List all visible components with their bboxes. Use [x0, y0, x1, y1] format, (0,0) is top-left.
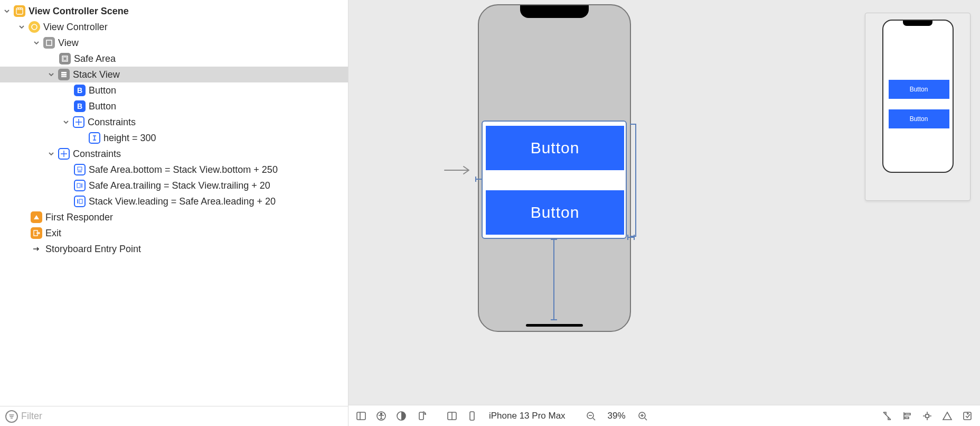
constraints-label: Constraints	[73, 149, 121, 160]
first-responder-row[interactable]: First Responder	[0, 209, 348, 225]
canvas-button-1[interactable]: Button	[486, 126, 624, 170]
svg-rect-10	[79, 199, 82, 203]
toggle-outline-icon[interactable]	[355, 410, 368, 422]
vc-label: View Controller	[43, 22, 108, 33]
scene-icon	[14, 5, 25, 17]
align-icon[interactable]	[901, 410, 913, 422]
filter-icon[interactable]	[5, 410, 18, 423]
button-icon: B	[74, 100, 86, 112]
minimap[interactable]: Button Button	[865, 13, 970, 201]
minimap-button-label: Button	[910, 86, 928, 93]
entry-point-icon	[31, 243, 42, 255]
pin-leading-icon	[74, 196, 86, 207]
resolve-issues-icon[interactable]	[941, 410, 954, 422]
leading-constraint-marker[interactable]	[475, 179, 483, 180]
chevron-down-icon[interactable]	[48, 151, 55, 156]
minimap-button-1: Button	[889, 80, 949, 99]
leading-constraint-row[interactable]: Stack View.leading = Safe Area.leading +…	[0, 193, 348, 209]
scene-row[interactable]: View Controller Scene	[0, 3, 348, 19]
minimap-button-2: Button	[889, 109, 949, 128]
chevron-down-icon[interactable]	[62, 119, 70, 125]
trailing-constraint-row[interactable]: Safe Area.trailing = Stack View.trailing…	[0, 178, 348, 193]
constraints-icon	[73, 116, 84, 128]
entry-point-row[interactable]: Storyboard Entry Point	[0, 241, 348, 257]
bottom-constraint-row[interactable]: Safe Area.bottom = Stack View.bottom + 2…	[0, 162, 348, 178]
orientation-icon[interactable]	[415, 410, 428, 422]
trailing-constraint-marker[interactable]	[627, 237, 635, 238]
canvas-toolbar: iPhone 13 Pro Max 39%	[348, 405, 980, 426]
svg-rect-7	[61, 76, 67, 77]
svg-rect-0	[16, 8, 23, 14]
stack-constraints-row[interactable]: Constraints	[0, 114, 348, 130]
height-constraint-label: height = 300	[103, 133, 156, 144]
svg-rect-6	[61, 74, 67, 76]
safe-area-row[interactable]: Safe Area	[0, 51, 348, 67]
first-responder-label: First Responder	[45, 212, 113, 223]
minimap-notch	[903, 21, 932, 26]
svg-rect-22	[905, 417, 909, 419]
svg-rect-18	[470, 412, 474, 420]
view-label: View	[58, 38, 79, 49]
exit-row[interactable]: Exit	[0, 225, 348, 241]
outline-tree[interactable]: View Controller Scene View Controller Vi…	[0, 0, 348, 406]
vc-row[interactable]: View Controller	[0, 19, 348, 35]
constraints-label: Constraints	[88, 117, 136, 128]
first-responder-icon	[31, 211, 42, 223]
view-constraints-row[interactable]: Constraints	[0, 146, 348, 162]
filter-input[interactable]	[21, 411, 343, 422]
device-picker-icon[interactable]	[466, 410, 478, 422]
svg-rect-4	[63, 57, 67, 60]
svg-rect-12	[357, 412, 365, 420]
safe-area-icon	[59, 53, 71, 64]
trailing-constraint-label: Safe Area.trailing = Stack View.trailing…	[89, 180, 270, 191]
bottom-constraint-marker[interactable]	[553, 239, 554, 320]
view-row[interactable]: View	[0, 35, 348, 51]
svg-rect-9	[77, 183, 80, 188]
zoom-in-icon[interactable]	[636, 410, 649, 422]
home-indicator	[526, 324, 583, 327]
embed-in-icon[interactable]	[961, 410, 974, 422]
chevron-down-icon[interactable]	[33, 40, 40, 45]
constraints-icon	[58, 148, 70, 160]
button-label: Button	[89, 85, 116, 96]
svg-rect-16	[419, 412, 423, 420]
bottom-constraint-label: Safe Area.bottom = Stack View.bottom + 2…	[89, 164, 278, 175]
height-constraint-marker[interactable]	[631, 124, 636, 237]
button-row-2[interactable]: B Button	[0, 98, 348, 114]
stack-view-selection[interactable]: Button Button	[482, 121, 627, 239]
accessibility-icon[interactable]	[375, 410, 388, 422]
svg-rect-5	[61, 72, 67, 73]
zoom-label[interactable]: 39%	[608, 411, 626, 421]
chevron-down-icon[interactable]	[48, 72, 55, 77]
stack-view-row[interactable]: Stack View	[0, 67, 348, 82]
safe-area-label: Safe Area	[74, 53, 116, 64]
chevron-down-icon[interactable]	[3, 8, 11, 14]
height-constraint-row[interactable]: height = 300	[0, 130, 348, 146]
svg-point-1	[32, 24, 37, 30]
button-label: Button	[89, 101, 116, 112]
canvas-button-label: Button	[531, 203, 580, 221]
chevron-down-icon[interactable]	[18, 24, 25, 30]
canvas-button-2[interactable]: Button	[486, 190, 624, 235]
button-row-1[interactable]: B Button	[0, 82, 348, 98]
scene-label: View Controller Scene	[29, 6, 129, 17]
view-icon	[43, 37, 55, 49]
svg-point-14	[381, 413, 382, 414]
height-constraint-icon	[89, 132, 100, 144]
device-notch	[520, 5, 589, 18]
update-frames-icon[interactable]	[881, 410, 893, 422]
filter-bar	[0, 406, 348, 426]
exit-icon	[31, 227, 42, 239]
exit-label: Exit	[45, 228, 61, 239]
zoom-out-icon[interactable]	[585, 410, 597, 422]
button-icon: B	[74, 85, 86, 96]
appearance-icon[interactable]	[395, 410, 408, 422]
document-outline: View Controller Scene View Controller Vi…	[0, 0, 348, 426]
svg-rect-21	[905, 413, 910, 415]
layout-split-icon[interactable]	[446, 410, 458, 422]
pin-icon[interactable]	[921, 410, 934, 422]
canvas[interactable]: Button Button Button Button	[348, 0, 980, 405]
pin-bottom-icon	[74, 164, 86, 175]
device-label[interactable]: iPhone 13 Pro Max	[489, 411, 566, 421]
canvas-area: Button Button Button Button	[348, 0, 980, 426]
